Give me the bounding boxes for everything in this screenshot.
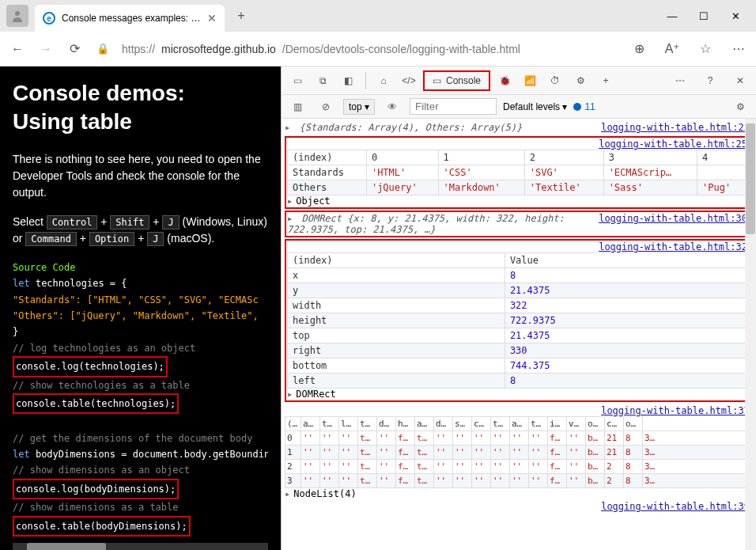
console-settings-icon[interactable]: ⚙	[729, 96, 751, 118]
expand-icon[interactable]: ▸	[287, 389, 293, 400]
source-code: Source Code let technologies = { "Standa…	[13, 260, 268, 537]
highlighted-table-1: logging-with-table.html:25 (index)01234S…	[285, 136, 750, 209]
tab-title: Console messages examples: Usi	[62, 13, 201, 24]
vertical-scrollbar[interactable]	[745, 119, 756, 550]
tab-close-icon[interactable]: ✕	[207, 12, 217, 25]
address-bar: ← → ⟳ 🔒 https://microsoftedge.github.io/…	[0, 32, 756, 66]
network-tab-icon[interactable]: 📶	[519, 70, 541, 92]
kbd-j: J	[162, 215, 179, 229]
expand-icon[interactable]: ▸	[285, 488, 290, 499]
inspect-icon[interactable]: ▭	[286, 70, 308, 92]
console-row: logging-with-table.html:23 ▸ {Standards:…	[285, 120, 750, 135]
more-tabs-icon[interactable]: +	[595, 70, 617, 92]
devtools-panel: ▭ ⧉ ◧ ⌂ </> ▭ Console 🐞 📶 ⏱ ⚙ + ⋯ ? ✕	[281, 66, 756, 550]
object-preview[interactable]: {Standards: Array(4), Others: Array(5)}	[299, 122, 522, 133]
more-button[interactable]: ⋯	[669, 70, 691, 92]
highlight-console-log-body: console.log(bodyDimensions);	[13, 479, 179, 499]
new-tab-button[interactable]: +	[229, 4, 253, 28]
expand-icon[interactable]: ▸	[287, 213, 293, 224]
menu-button[interactable]: ⋯	[729, 40, 748, 59]
maximize-button[interactable]: ☐	[696, 8, 712, 24]
lock-icon[interactable]: 🔒	[93, 40, 112, 59]
source-link[interactable]: logging-with-table.html:39	[601, 501, 750, 512]
kbd-option: Option	[89, 232, 134, 246]
page-heading: Console demos: Using table	[13, 79, 268, 137]
read-aloud-icon[interactable]: A⁺	[663, 40, 682, 59]
console-table-technologies: (index)01234Standards'HTML''CSS''SVG''EC…	[287, 150, 747, 195]
expand-icon[interactable]: ▸	[285, 122, 290, 133]
highlight-console-log-tech: console.log(technologies);	[13, 356, 168, 377]
highlight-console-table-tech: console.table(technologies);	[13, 393, 179, 414]
settings-icon[interactable]: ⚙	[569, 70, 592, 92]
url-box[interactable]: https://microsoftedge.github.io/Demos/de…	[122, 43, 620, 55]
dock-icon[interactable]: ◧	[337, 70, 359, 92]
svg-point-0	[15, 11, 20, 16]
source-link[interactable]: logging-with-table.html:30	[599, 213, 747, 224]
edge-icon: e	[43, 12, 55, 25]
kbd-command: Command	[25, 232, 77, 246]
forward-button[interactable]: →	[36, 40, 55, 59]
context-selector[interactable]: top ▾	[343, 99, 375, 115]
live-expression-icon[interactable]: 👁	[381, 96, 403, 118]
page-intro: There is nothing to see here, you need t…	[13, 151, 268, 201]
back-button[interactable]: ←	[8, 40, 27, 59]
close-devtools-icon[interactable]: ✕	[729, 70, 751, 92]
source-link[interactable]: logging-with-table.html:23	[601, 122, 750, 133]
console-tab[interactable]: ▭ Console	[423, 70, 490, 91]
highlight-console-table-body: console.table(bodyDimensions);	[13, 516, 191, 537]
sources-tab-icon[interactable]: 🐞	[493, 70, 516, 92]
highlighted-table-2: logging-with-table.html:32 (index)Valuex…	[285, 239, 750, 402]
devtools-tabbar: ▭ ⧉ ◧ ⌂ </> ▭ Console 🐞 📶 ⏱ ⚙ + ⋯ ? ✕	[282, 66, 756, 95]
titlebar: e Console messages examples: Usi ✕ + — ☐…	[0, 0, 756, 32]
help-icon[interactable]: ?	[699, 70, 721, 92]
page-content: Console demos: Using table There is noth…	[0, 66, 281, 550]
console-table-nodelist: (…a…t…l…t…d…h…a…d…s…c…t…a…t…i…v…o…c…o…0'…	[285, 416, 750, 488]
minimize-button[interactable]: —	[664, 8, 680, 24]
kbd-j2: J	[147, 232, 164, 246]
source-link[interactable]: logging-with-table.html:25	[599, 138, 747, 150]
console-icon: ▭	[433, 75, 441, 86]
object-preview[interactable]: DOMRect {x: 8, y: 21.4375, width: 322, h…	[287, 213, 565, 235]
elements-tab-icon[interactable]: </>	[398, 70, 420, 92]
profile-avatar[interactable]	[6, 5, 28, 27]
app-icon[interactable]: ⊕	[629, 40, 648, 59]
device-icon[interactable]: ⧉	[312, 70, 334, 92]
expand-icon[interactable]: ▸	[287, 195, 293, 207]
console-table-domrect: (index)Valuex8y21.4375width322height722.…	[287, 252, 747, 389]
url-scheme: https://	[122, 43, 155, 55]
browser-tab[interactable]: e Console messages examples: Usi ✕	[35, 5, 225, 32]
page-shortcut: Select Control + Shift + J (Windows, Lin…	[13, 214, 268, 247]
welcome-tab-icon[interactable]: ⌂	[372, 70, 395, 92]
refresh-button[interactable]: ⟳	[65, 40, 84, 59]
url-host: microsoftedge.github.io	[161, 43, 276, 55]
favorite-icon[interactable]: ☆	[696, 40, 715, 59]
sidebar-toggle-icon[interactable]: ▥	[286, 96, 308, 118]
horizontal-scrollbar[interactable]	[13, 543, 268, 550]
highlighted-row: logging-with-table.html:30 ▸ DOMRect {x:…	[285, 211, 750, 237]
clear-console-icon[interactable]: ⊘	[315, 96, 337, 118]
log-levels[interactable]: Default levels ▾	[503, 101, 567, 112]
performance-tab-icon[interactable]: ⏱	[544, 70, 566, 92]
main-area: Console demos: Using table There is noth…	[0, 66, 756, 550]
console-toolbar: ▥ ⊘ top ▾ 👁 Default levels ▾ 11 ⚙	[282, 95, 756, 119]
filter-input[interactable]	[410, 98, 497, 115]
kbd-control: Control	[47, 215, 98, 229]
source-link[interactable]: logging-with-table.html:37	[601, 405, 750, 416]
kbd-shift: Shift	[110, 215, 149, 229]
console-output[interactable]: logging-with-table.html:23 ▸ {Standards:…	[282, 119, 756, 550]
url-path: /Demos/devtools-console/logging-with-tab…	[282, 43, 520, 55]
source-link[interactable]: logging-with-table.html:32	[599, 241, 747, 252]
issues-badge[interactable]: 11	[573, 101, 595, 112]
close-button[interactable]: ✕	[728, 8, 743, 24]
